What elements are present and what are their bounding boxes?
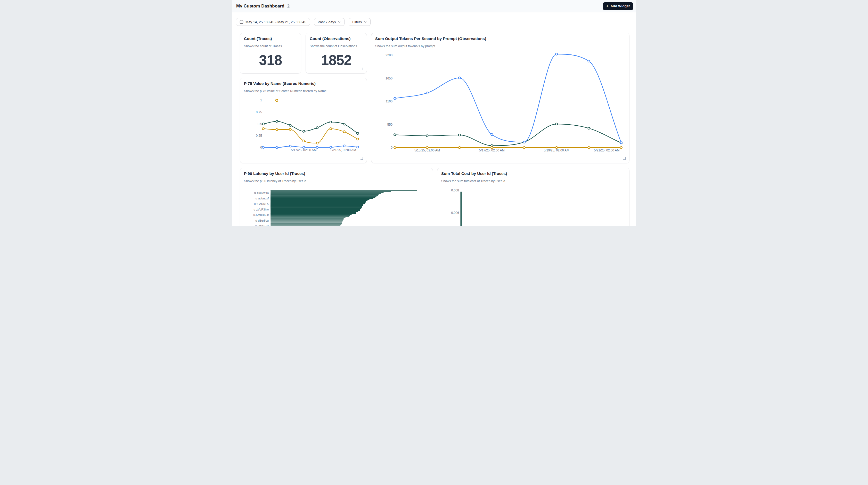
chart-point <box>459 77 461 79</box>
resize-handle[interactable] <box>623 157 626 160</box>
resize-handle[interactable] <box>361 157 363 160</box>
bar <box>271 198 373 199</box>
x-tick-label: 5/17/25, 02:00 AM <box>291 148 316 152</box>
chart-point <box>459 147 461 149</box>
widget-title: Count (Traces) <box>244 36 297 41</box>
chart-point <box>588 60 590 62</box>
y-tick-label: 0.75 <box>256 111 262 114</box>
metric-value: 1852 <box>306 51 367 70</box>
chart-point <box>343 123 345 125</box>
chart-line <box>395 124 621 146</box>
bar <box>271 207 362 208</box>
calendar-icon <box>240 20 243 24</box>
bar <box>271 194 378 195</box>
chart-point <box>491 133 493 136</box>
bar <box>271 221 342 222</box>
widget-subtitle: Shows the sum totalcost of Traces by use… <box>441 179 625 183</box>
chart-point <box>303 130 305 132</box>
filters-dropdown[interactable]: Filters <box>349 18 371 26</box>
chart-point <box>356 146 359 148</box>
chart-point <box>262 146 264 148</box>
widget-subtitle: Shows the count of Observations <box>310 44 363 48</box>
time-preset-dropdown[interactable]: Past 7 days <box>314 18 345 26</box>
bar <box>271 195 378 196</box>
filter-toolbar: May 14, 25 : 08:45 - May 21, 25 : 08:45 … <box>236 18 371 26</box>
chart-point <box>303 140 305 142</box>
cost-bar-chart: 0.0080.006 <box>437 168 629 226</box>
y-tick-label: 1650 <box>385 77 393 80</box>
chart-point <box>276 120 278 122</box>
bar <box>271 213 356 214</box>
bar <box>461 191 462 226</box>
chart-point <box>555 53 558 55</box>
page-header: My Custom Dashboard + Add Widget <box>232 0 636 12</box>
tokens-line-chart: 05501100165022005/15/25, 02:00 AM5/17/25… <box>371 33 629 163</box>
chart-point <box>289 128 291 130</box>
y-tick-label: 0 <box>391 146 393 149</box>
chart-point <box>588 147 590 149</box>
chart-point <box>316 146 318 148</box>
chart-point <box>426 135 428 137</box>
resize-handle[interactable] <box>295 68 297 70</box>
widget-p75-by-name: 00.250.50.7515/17/25, 02:00 AM5/21/25, 0… <box>240 78 367 163</box>
y-tick-label: 1 <box>260 98 262 102</box>
chart-point <box>330 146 332 148</box>
widget-title: Count (Observations) <box>310 36 363 41</box>
filters-label: Filters <box>352 20 362 24</box>
y-category-label: u-tFAR5TX <box>254 202 269 205</box>
chart-point <box>523 141 525 143</box>
bar <box>271 220 343 221</box>
bar <box>271 206 362 207</box>
y-category-label: u-aobnuxf <box>255 197 269 200</box>
info-icon[interactable] <box>286 4 290 8</box>
chart-point <box>276 99 278 102</box>
chart-point <box>523 147 525 149</box>
bar <box>271 222 342 223</box>
date-range-picker[interactable]: May 14, 25 : 08:45 - May 21, 25 : 08:45 <box>236 18 310 26</box>
latency-bar-chart: u-8sq2w4au-aobnuxfu-tFAR5TXu-zVqP3hwu-5M… <box>240 168 433 226</box>
chevron-down-icon <box>338 20 341 24</box>
page-title: My Custom Dashboard <box>236 4 284 9</box>
y-tick-label: 1100 <box>386 99 393 103</box>
chart-point <box>330 128 332 130</box>
chart-point <box>316 142 318 144</box>
chart-point <box>343 131 345 133</box>
bar <box>271 225 340 226</box>
chart-point <box>555 123 558 125</box>
resize-handle[interactable] <box>361 68 363 70</box>
bar <box>271 209 360 210</box>
widget-subtitle: Shows the p 75 value of Scores Numeric f… <box>244 89 363 93</box>
widget-subtitle: Shows the count of Traces <box>244 44 297 48</box>
add-widget-button[interactable]: + Add Widget <box>603 2 633 10</box>
date-range-label: May 14, 25 : 08:45 - May 21, 25 : 08:45 <box>246 20 306 24</box>
bar <box>271 200 368 201</box>
chart-point <box>289 124 291 126</box>
bar <box>271 208 361 209</box>
add-widget-label: Add Widget <box>610 4 630 8</box>
chart-point <box>356 132 359 134</box>
chart-point <box>394 147 396 149</box>
bar <box>271 224 341 225</box>
x-tick-label: 5/17/25, 02:00 AM <box>479 149 505 152</box>
y-tick-label: 0.5 <box>258 122 262 126</box>
bar <box>271 218 344 219</box>
widget-title: P 75 Value by Name (Scores Numeric) <box>244 81 363 86</box>
metric-value: 318 <box>240 51 301 70</box>
widget-tokens-by-prompt: 05501100165022005/15/25, 02:00 AM5/17/25… <box>371 33 629 163</box>
widget-title: P 90 Latency by User Id (Traces) <box>244 171 429 176</box>
chart-point <box>426 147 428 149</box>
bar <box>271 201 366 202</box>
widget-subtitle: Shows the sum output tokens/s by prompt <box>375 44 625 48</box>
y-tick-label: 0 <box>260 146 262 149</box>
chart-point <box>289 145 291 147</box>
chart-point <box>620 142 622 144</box>
chart-point <box>620 147 622 149</box>
y-tick-label: 550 <box>387 123 393 126</box>
bar <box>271 203 365 204</box>
y-category-label: u-8fVa9T3 <box>255 224 269 226</box>
bar <box>271 219 343 220</box>
x-tick-label: 5/15/25, 02:00 AM <box>414 149 440 152</box>
chart-point <box>356 138 359 140</box>
chart-point <box>276 128 278 130</box>
widget-cost-by-user: 0.0080.006 Sum Total Cost by User Id (Tr… <box>437 168 629 226</box>
